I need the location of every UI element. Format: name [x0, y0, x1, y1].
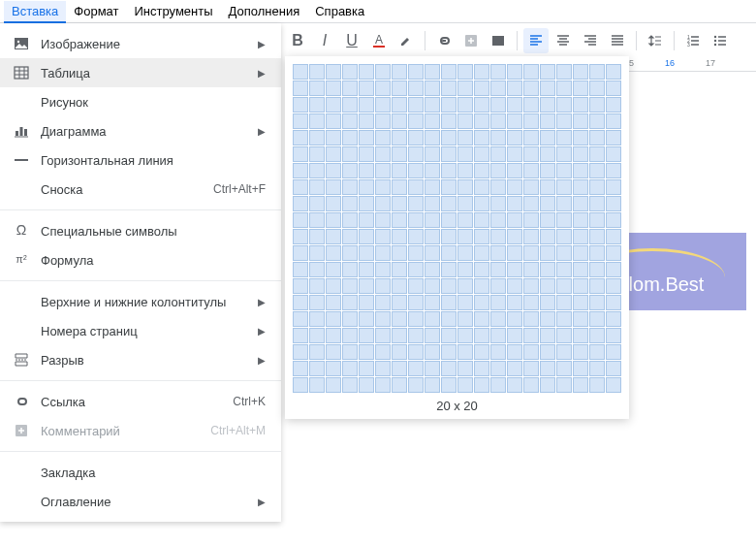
grid-cell[interactable]: [540, 328, 555, 343]
grid-cell[interactable]: [375, 130, 391, 145]
menubar-item-addons[interactable]: Дополнения: [221, 1, 308, 21]
grid-cell[interactable]: [392, 262, 407, 277]
grid-cell[interactable]: [425, 212, 440, 228]
grid-cell[interactable]: [556, 245, 572, 261]
grid-cell[interactable]: [359, 361, 374, 376]
grid-cell[interactable]: [573, 344, 588, 360]
grid-cell[interactable]: [474, 229, 489, 244]
highlight-color-button[interactable]: [394, 28, 419, 53]
grid-cell[interactable]: [408, 146, 424, 162]
insert-link-button[interactable]: [431, 28, 457, 53]
grid-cell[interactable]: [293, 212, 308, 228]
grid-cell[interactable]: [342, 212, 358, 228]
grid-cell[interactable]: [392, 179, 407, 195]
grid-cell[interactable]: [474, 64, 489, 80]
grid-cell[interactable]: [573, 245, 588, 261]
align-left-button[interactable]: [523, 28, 549, 53]
grid-cell[interactable]: [457, 295, 473, 310]
grid-cell[interactable]: [589, 196, 605, 211]
grid-cell[interactable]: [523, 377, 539, 393]
grid-cell[interactable]: [490, 328, 506, 343]
grid-cell[interactable]: [457, 212, 473, 228]
grid-cell[interactable]: [408, 80, 424, 96]
grid-cell[interactable]: [457, 146, 473, 162]
grid-cell[interactable]: [589, 97, 605, 112]
grid-cell[interactable]: [375, 212, 391, 228]
grid-cell[interactable]: [392, 229, 407, 244]
grid-cell[interactable]: [293, 311, 308, 327]
grid-cell[interactable]: [375, 64, 391, 80]
grid-cell[interactable]: [441, 196, 457, 211]
grid-cell[interactable]: [408, 377, 424, 393]
grid-cell[interactable]: [474, 278, 489, 294]
grid-cell[interactable]: [375, 311, 391, 327]
grid-cell[interactable]: [490, 130, 506, 145]
grid-cell[interactable]: [556, 80, 572, 96]
grid-cell[interactable]: [293, 97, 308, 112]
grid-cell[interactable]: [573, 229, 588, 244]
grid-cell[interactable]: [540, 311, 555, 327]
grid-cell[interactable]: [441, 262, 457, 277]
grid-cell[interactable]: [573, 278, 588, 294]
grid-cell[interactable]: [606, 97, 621, 112]
grid-cell[interactable]: [606, 179, 621, 195]
grid-cell[interactable]: [375, 278, 391, 294]
grid-cell[interactable]: [589, 80, 605, 96]
grid-cell[interactable]: [523, 64, 539, 80]
grid-cell[interactable]: [375, 229, 391, 244]
grid-cell[interactable]: [309, 64, 325, 80]
grid-cell[interactable]: [309, 328, 325, 343]
grid-cell[interactable]: [375, 196, 391, 211]
grid-cell[interactable]: [309, 295, 325, 310]
grid-cell[interactable]: [457, 179, 473, 195]
grid-cell[interactable]: [540, 212, 555, 228]
grid-cell[interactable]: [359, 229, 374, 244]
grid-cell[interactable]: [359, 212, 374, 228]
grid-cell[interactable]: [606, 130, 621, 145]
grid-cell[interactable]: [359, 146, 374, 162]
grid-cell[interactable]: [556, 377, 572, 393]
grid-cell[interactable]: [441, 113, 457, 129]
grid-cell[interactable]: [606, 295, 621, 310]
insert-image-button[interactable]: [486, 28, 511, 53]
grid-cell[interactable]: [293, 130, 308, 145]
grid-cell[interactable]: [359, 179, 374, 195]
grid-cell[interactable]: [589, 229, 605, 244]
grid-cell[interactable]: [309, 113, 325, 129]
table-grid[interactable]: [293, 64, 621, 393]
menu-item[interactable]: Диаграмма▶: [0, 116, 281, 145]
grid-cell[interactable]: [342, 196, 358, 211]
grid-cell[interactable]: [441, 130, 457, 145]
grid-cell[interactable]: [342, 278, 358, 294]
grid-cell[interactable]: [507, 311, 522, 327]
grid-cell[interactable]: [293, 377, 308, 393]
grid-cell[interactable]: [342, 295, 358, 310]
grid-cell[interactable]: [507, 278, 522, 294]
grid-cell[interactable]: [309, 80, 325, 96]
grid-cell[interactable]: [573, 80, 588, 96]
grid-cell[interactable]: [573, 97, 588, 112]
grid-cell[interactable]: [507, 130, 522, 145]
grid-cell[interactable]: [507, 229, 522, 244]
grid-cell[interactable]: [309, 179, 325, 195]
grid-cell[interactable]: [457, 163, 473, 178]
grid-cell[interactable]: [540, 196, 555, 211]
grid-cell[interactable]: [293, 64, 308, 80]
grid-cell[interactable]: [507, 212, 522, 228]
grid-cell[interactable]: [540, 278, 555, 294]
grid-cell[interactable]: [540, 344, 555, 360]
grid-cell[interactable]: [573, 328, 588, 343]
grid-cell[interactable]: [326, 361, 341, 376]
grid-cell[interactable]: [408, 262, 424, 277]
grid-cell[interactable]: [540, 80, 555, 96]
grid-cell[interactable]: [359, 278, 374, 294]
grid-cell[interactable]: [573, 377, 588, 393]
grid-cell[interactable]: [523, 196, 539, 211]
grid-cell[interactable]: [490, 262, 506, 277]
grid-cell[interactable]: [425, 361, 440, 376]
grid-cell[interactable]: [392, 361, 407, 376]
grid-cell[interactable]: [457, 278, 473, 294]
grid-cell[interactable]: [425, 146, 440, 162]
grid-cell[interactable]: [589, 328, 605, 343]
grid-cell[interactable]: [441, 64, 457, 80]
